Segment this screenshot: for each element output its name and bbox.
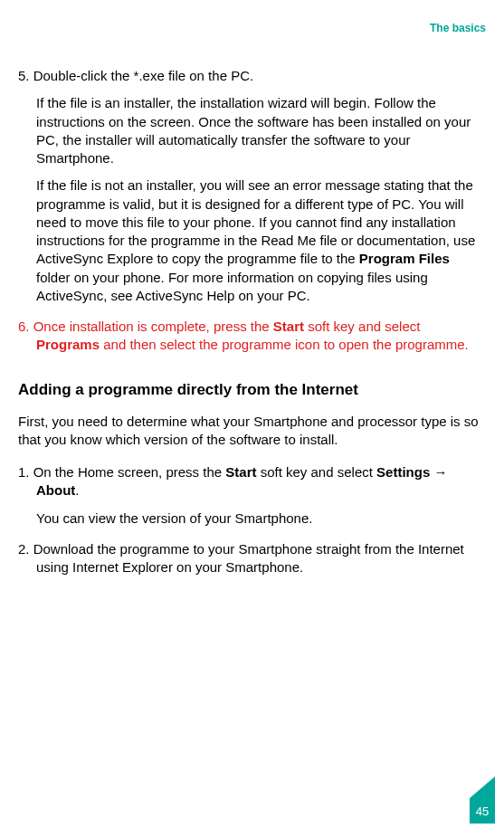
step-5-para2: If the file is not an installer, you wil… [18, 176, 486, 305]
section-heading: Adding a programme directly from the Int… [18, 380, 486, 400]
step-5-para2-bold: Program Files [359, 251, 450, 266]
s2-step-1-bold3: About [36, 482, 75, 498]
s2-step-2-text: Download the programme to your Smartphon… [33, 541, 464, 575]
section-intro: First, you need to determine what your S… [18, 413, 486, 450]
step-5-line1: Double-click the *.exe file on the PC. [33, 68, 253, 83]
step-5-para1: If the file is an installer, the install… [18, 94, 486, 167]
page-content: 5. Double-click the *.exe file on the PC… [18, 67, 486, 576]
s2-step-1-bold1: Start [225, 464, 256, 480]
section2-step-1: 1. On the Home screen, press the Start s… [18, 463, 486, 528]
s2-step-1-text-b: soft key and select [256, 464, 376, 480]
s2-step-2-number: 2. [18, 541, 30, 557]
step-6-bold2: Programs [36, 337, 100, 352]
step-6: 6. Once installation is complete, press … [18, 318, 486, 355]
step-5-number: 5. [18, 68, 30, 83]
page-number: 45 [470, 798, 495, 824]
s2-step-1-bold2: Settings [376, 464, 430, 480]
step-6-text-a: Once installation is complete, press the [33, 319, 273, 334]
step-5-para2-b: folder on your phone. For more informati… [36, 270, 428, 303]
s2-step-1-text-c: . [75, 482, 79, 498]
step-6-number: 6. [18, 319, 30, 334]
step-6-bold1: Start [273, 319, 304, 334]
s2-step-1-number: 1. [18, 464, 30, 480]
s2-step-1-text-a: On the Home screen, press the [33, 464, 226, 480]
arrow-icon: → [430, 464, 447, 480]
step-6-text-c: and then select the programme icon to op… [100, 337, 469, 352]
step-6-text-b: soft key and select [304, 319, 420, 334]
header-section-label: The basics [430, 22, 486, 34]
s2-step-1-para: You can view the version of your Smartph… [18, 509, 486, 528]
step-5: 5. Double-click the *.exe file on the PC… [18, 67, 486, 305]
section2-step-2: 2. Download the programme to your Smartp… [18, 540, 486, 577]
footer-triangle-icon [470, 776, 495, 798]
